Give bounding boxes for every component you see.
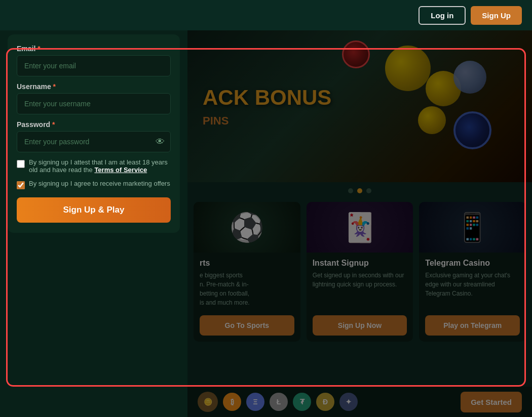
marketing-text: By signing up I agree to receive marketi… (29, 180, 170, 187)
password-required-marker: * (50, 120, 55, 129)
username-field[interactable] (17, 93, 171, 114)
username-label: Username * (17, 82, 171, 91)
email-field[interactable] (17, 55, 171, 76)
signup-header-button[interactable]: Sign Up (471, 6, 522, 25)
username-required-marker: * (51, 82, 56, 91)
username-group: Username * (17, 82, 171, 114)
login-button[interactable]: Log in (419, 6, 466, 25)
tos-link[interactable]: Terms of Service (94, 166, 147, 174)
password-field[interactable] (17, 131, 171, 152)
marketing-checkbox-group: By signing up I agree to receive marketi… (17, 180, 171, 189)
signup-play-button[interactable]: Sign Up & Play (17, 197, 171, 223)
tos-checkbox-group: By signing up I attest that I am at leas… (17, 158, 171, 174)
signup-form: Email * Username * Password * 👁 By signi… (8, 34, 180, 233)
header: Log in Sign Up (0, 0, 532, 30)
email-group: Email * (17, 45, 171, 76)
password-label: Password * (17, 120, 171, 129)
show-password-icon[interactable]: 👁 (156, 137, 165, 147)
email-label: Email * (17, 45, 171, 53)
email-required-marker: * (35, 45, 40, 53)
tos-text: By signing up I attest that I am at leas… (29, 158, 171, 174)
password-group: Password * 👁 (17, 120, 171, 152)
left-panel: ✕ Sign Up Login Email * Username * Passw… (0, 0, 187, 417)
password-wrapper: 👁 (17, 131, 171, 152)
tos-checkbox[interactable] (17, 160, 25, 168)
marketing-checkbox[interactable] (17, 181, 25, 189)
